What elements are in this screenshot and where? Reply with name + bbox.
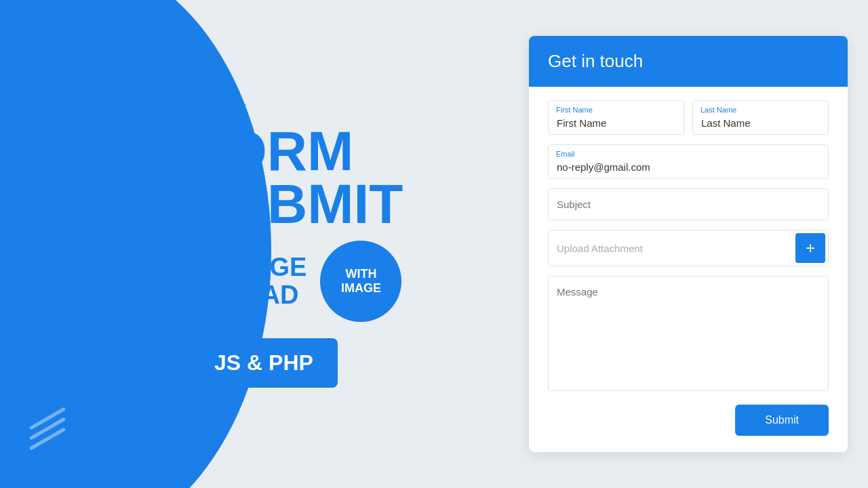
last-name-label: Last Name — [701, 106, 736, 114]
form-submit-text: FORM SUBMIT — [190, 125, 468, 230]
ajax-label: AJAX — [190, 100, 468, 122]
email-input[interactable] — [548, 144, 829, 179]
upload-attachment-label: Upload Attachment — [549, 233, 793, 264]
form-card: Get in touch First Name Last Name Email — [529, 36, 848, 452]
upload-attachment-row: Upload Attachment + — [548, 230, 829, 266]
form-title: Get in touch — [548, 51, 829, 72]
left-panel: AJAX FORM SUBMIT NO PAGE RELOAD WITH IMA… — [0, 0, 509, 488]
first-name-group: First Name — [548, 100, 684, 135]
last-name-group: Last Name — [692, 100, 829, 135]
name-row: First Name Last Name — [548, 100, 829, 135]
email-group: Email — [548, 144, 829, 179]
no-page-reload-text: NO PAGE RELOAD — [190, 253, 307, 310]
form-body: First Name Last Name Email Upload Attach… — [529, 87, 848, 452]
upload-button[interactable]: + — [795, 233, 825, 263]
with-image-circle: WITH IMAGE — [320, 241, 401, 322]
submit-row: Submit — [548, 405, 829, 436]
right-panel: Get in touch First Name Last Name Email — [509, 0, 868, 488]
no-page-reload-section: NO PAGE RELOAD WITH IMAGE — [190, 241, 468, 322]
deco-line-3 — [29, 427, 66, 450]
submit-button[interactable]: Submit — [735, 405, 829, 436]
first-name-label: First Name — [556, 106, 593, 114]
js-php-label: JS & PHP — [190, 338, 338, 388]
message-textarea[interactable] — [548, 276, 829, 391]
subject-input[interactable] — [548, 188, 829, 220]
decorative-lines — [27, 417, 68, 447]
left-content: AJAX FORM SUBMIT NO PAGE RELOAD WITH IMA… — [54, 100, 468, 388]
submit-line: SUBMIT — [190, 173, 403, 235]
email-label: Email — [556, 150, 575, 158]
form-header: Get in touch — [529, 36, 848, 87]
